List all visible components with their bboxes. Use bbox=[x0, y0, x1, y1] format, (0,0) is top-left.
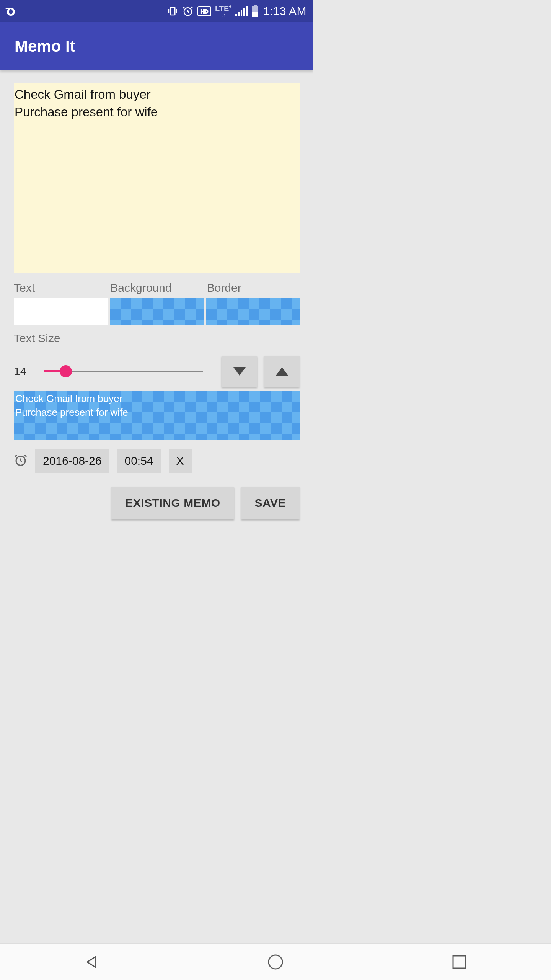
text-size-slider[interactable] bbox=[44, 364, 203, 379]
svg-rect-5 bbox=[238, 12, 240, 16]
status-clock: 1:13 AM bbox=[263, 5, 306, 18]
action-row: EXISTING MEMO SAVE bbox=[14, 487, 300, 519]
text-size-label: Text Size bbox=[14, 332, 300, 345]
hd-icon: HD bbox=[197, 6, 211, 16]
status-bar: σ HD LTE+ ↓↑ 1:13 AM bbox=[0, 0, 313, 22]
signal-icon bbox=[235, 6, 248, 16]
battery-icon bbox=[251, 5, 259, 17]
color-labels-row: Text Background Border bbox=[14, 281, 300, 294]
carrier-logo-icon: σ bbox=[5, 3, 15, 19]
alarm-icon bbox=[182, 5, 194, 17]
alarm-time-chip[interactable]: 00:54 bbox=[117, 449, 161, 473]
background-color-label: Background bbox=[110, 281, 203, 294]
svg-rect-9 bbox=[254, 5, 257, 6]
slider-thumb[interactable] bbox=[60, 365, 72, 377]
svg-text:HD: HD bbox=[201, 8, 208, 15]
content: Text Background Border Text Size 14 Chec… bbox=[0, 70, 313, 519]
chevron-down-icon bbox=[233, 367, 246, 376]
memo-preview: Check Gmail from buyer Purchase present … bbox=[14, 391, 300, 440]
chevron-up-icon bbox=[276, 367, 288, 376]
text-size-value: 14 bbox=[14, 365, 37, 378]
background-color-swatch[interactable] bbox=[110, 298, 204, 325]
text-color-label: Text bbox=[14, 281, 106, 294]
app-title: Memo It bbox=[15, 37, 75, 56]
save-button[interactable]: SAVE bbox=[241, 487, 300, 519]
vibrate-icon bbox=[167, 5, 178, 17]
alarm-date-chip[interactable]: 2016-08-26 bbox=[35, 449, 109, 473]
svg-rect-0 bbox=[170, 7, 175, 15]
text-color-swatch[interactable] bbox=[14, 298, 108, 325]
preview-text: Check Gmail from buyer Purchase present … bbox=[15, 392, 298, 420]
decrease-button[interactable] bbox=[222, 356, 257, 387]
svg-rect-11 bbox=[252, 12, 258, 17]
status-left: σ bbox=[5, 3, 15, 19]
svg-rect-8 bbox=[246, 6, 248, 16]
alarm-row: 2016-08-26 00:54 X bbox=[14, 449, 300, 473]
lte-plus-icon: LTE+ ↓↑ bbox=[215, 4, 231, 18]
existing-memo-button[interactable]: EXISTING MEMO bbox=[111, 487, 234, 519]
memo-textarea[interactable] bbox=[14, 83, 300, 273]
border-color-label: Border bbox=[207, 281, 300, 294]
increase-button[interactable] bbox=[264, 356, 300, 387]
alarm-icon bbox=[14, 453, 28, 469]
svg-rect-6 bbox=[241, 10, 242, 16]
border-color-swatch[interactable] bbox=[206, 298, 300, 325]
app-bar: Memo It bbox=[0, 22, 313, 70]
svg-rect-4 bbox=[235, 14, 237, 16]
alarm-clear-chip[interactable]: X bbox=[169, 449, 192, 473]
status-right: HD LTE+ ↓↑ 1:13 AM bbox=[167, 4, 306, 18]
color-swatches-row bbox=[14, 298, 300, 325]
svg-rect-7 bbox=[243, 8, 245, 16]
text-size-row: 14 bbox=[14, 356, 300, 387]
